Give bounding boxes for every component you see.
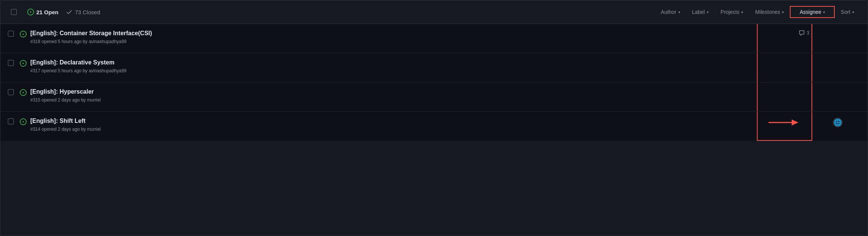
issue-title[interactable]: [English]: Shift Left xyxy=(30,118,800,124)
author-chevron-icon: ▾ xyxy=(678,10,680,14)
header-right: Author ▾ Label ▾ Projects ▾ Milestones ▾… xyxy=(655,0,860,24)
issue-meta: #315 opened 2 days ago by murriel xyxy=(30,97,800,103)
open-count-label: 21 Open xyxy=(36,9,58,15)
issue-checkbox-wrap[interactable] xyxy=(8,59,20,66)
issue-checkbox-wrap[interactable] xyxy=(8,88,20,95)
issue-status-icon xyxy=(20,88,30,96)
issue-content: [English]: Declarative System #317 opene… xyxy=(30,59,800,73)
sort-filter-label: Sort xyxy=(841,9,850,15)
issue-content: [English]: Container Storage Interface(C… xyxy=(30,30,799,44)
closed-issues-tab[interactable]: 73 Closed xyxy=(66,9,100,15)
label-filter-label: Label xyxy=(692,9,705,15)
select-all-checkbox-wrap[interactable] xyxy=(8,6,20,18)
header-left: 21 Open 73 Closed xyxy=(8,6,655,18)
assignee-chevron-icon: ▾ xyxy=(823,10,825,14)
issue-right: 3 xyxy=(799,30,860,36)
issue-row: [English]: Shift Left #314 opened 2 days… xyxy=(0,112,868,141)
issue-right: 🌐 xyxy=(800,118,860,127)
avatar: 🌐 xyxy=(833,118,843,127)
arrow-indicator xyxy=(768,117,798,128)
issue-content: [English]: Shift Left #314 opened 2 days… xyxy=(30,118,800,132)
assignee-cell: 🌐 xyxy=(815,118,860,127)
issue-content: [English]: Hyperscaler #315 opened 2 day… xyxy=(30,88,800,103)
issue-title[interactable]: [English]: Declarative System xyxy=(30,59,800,66)
issue-checkbox-wrap[interactable] xyxy=(8,118,20,124)
projects-filter-label: Projects xyxy=(721,9,740,15)
issue-row: [English]: Hyperscaler #315 opened 2 day… xyxy=(0,82,868,112)
issue-row: [English]: Container Storage Interface(C… xyxy=(0,24,868,53)
issue-checkbox[interactable] xyxy=(8,118,14,124)
label-filter-button[interactable]: Label ▾ xyxy=(686,0,715,24)
milestones-filter-label: Milestones xyxy=(755,9,780,15)
issue-meta: #314 opened 2 days ago by murriel xyxy=(30,127,800,132)
closed-count-label: 73 Closed xyxy=(75,9,100,15)
author-filter-button[interactable]: Author ▾ xyxy=(655,0,686,24)
svg-marker-1 xyxy=(792,119,798,125)
issue-status-icon xyxy=(20,30,30,37)
assignee-filter-button[interactable]: Assignee ▾ xyxy=(790,6,835,18)
select-all-checkbox[interactable] xyxy=(11,9,17,15)
comment-count: 3 xyxy=(799,30,809,36)
issue-status-icon xyxy=(20,118,30,125)
issue-checkbox[interactable] xyxy=(8,31,14,37)
comment-icon xyxy=(799,30,805,36)
issue-checkbox[interactable] xyxy=(8,60,14,66)
issue-meta: #317 opened 5 hours ago by avinashupadhy… xyxy=(30,68,800,73)
issue-meta: #318 opened 5 hours ago by avinashupadhy… xyxy=(30,39,799,44)
milestones-chevron-icon: ▾ xyxy=(782,10,784,14)
issue-title[interactable]: [English]: Hyperscaler xyxy=(30,88,800,95)
milestones-filter-button[interactable]: Milestones ▾ xyxy=(749,0,790,24)
open-issue-icon xyxy=(27,9,34,15)
assignee-filter-label: Assignee xyxy=(800,9,822,15)
projects-chevron-icon: ▾ xyxy=(741,10,743,14)
issue-status-icon xyxy=(20,59,30,67)
issue-checkbox-wrap[interactable] xyxy=(8,30,20,37)
projects-filter-button[interactable]: Projects ▾ xyxy=(715,0,749,24)
label-chevron-icon: ▾ xyxy=(707,10,709,14)
arrow-svg xyxy=(768,117,798,128)
comment-count-label: 3 xyxy=(807,30,809,36)
open-issues-tab[interactable]: 21 Open xyxy=(27,9,58,15)
closed-issue-icon xyxy=(66,9,73,15)
issue-row: [English]: Declarative System #317 opene… xyxy=(0,53,868,82)
sort-filter-button[interactable]: Sort ▾ xyxy=(835,0,860,24)
issues-header: 21 Open 73 Closed Author ▾ Label ▾ Proje… xyxy=(0,0,868,24)
author-filter-label: Author xyxy=(661,9,676,15)
sort-chevron-icon: ▾ xyxy=(852,10,854,14)
issues-list-container: 21 Open 73 Closed Author ▾ Label ▾ Proje… xyxy=(0,0,868,236)
issue-title[interactable]: [English]: Container Storage Interface(C… xyxy=(30,30,799,37)
issue-checkbox[interactable] xyxy=(8,89,14,95)
